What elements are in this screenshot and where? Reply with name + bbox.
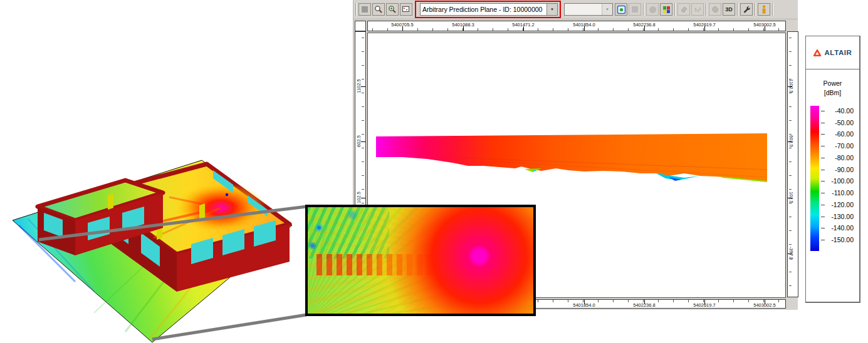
magnifier-plus-icon — [388, 5, 397, 14]
zoom-window-button[interactable] — [400, 3, 412, 16]
colorbar-tick: -50.00 — [825, 119, 854, 126]
heatmap-zoom-inset — [305, 205, 536, 316]
colorbar-tick: -90.00 — [825, 166, 854, 173]
toolbar-separator — [674, 3, 676, 16]
legend-window: ALTAIR Power [dBm] -40.00 -50.00 -60.00 … — [805, 36, 860, 303]
color-legend-icon — [662, 6, 671, 14]
prediction-plane-combobox[interactable]: Arbitrary Prediction Plane - ID: 1000000… — [420, 3, 558, 16]
legend-unit: [dBm] — [806, 88, 859, 98]
annotation-highlight: Arbitrary Prediction Plane - ID: 1000000… — [415, 1, 561, 18]
colorbar-tick: -60.00 — [825, 130, 854, 138]
ruler-horizontal-top: 5400705.5 5401088.3 5401471.2 5401854.0 … — [367, 21, 786, 31]
colorbar-tick: -40.00 — [825, 107, 854, 115]
blob-icon — [711, 5, 719, 14]
stop-button[interactable] — [358, 3, 371, 16]
chevron-down-icon: ▼ — [550, 8, 554, 11]
colorbar-tick: -70.00 — [825, 142, 854, 150]
toolbar-separator — [755, 3, 756, 16]
toolbar-separator — [355, 3, 357, 16]
toolbar: Arbitrary Prediction Plane - ID: 1000000… — [353, 0, 798, 19]
monitor-dot-icon — [617, 5, 626, 14]
view-3d-button[interactable]: 3D — [723, 3, 735, 16]
colorbar-tick: -120.00 — [825, 201, 854, 208]
chevron-down-icon: ▼ — [605, 8, 609, 11]
power-colorbar — [810, 106, 819, 251]
numbers-icon: 1₃² — [694, 7, 701, 13]
stop-display-button[interactable] — [629, 3, 641, 16]
surface-button[interactable] — [709, 3, 721, 16]
toolbar-separator — [737, 3, 738, 16]
zoom-out-button[interactable] — [372, 3, 385, 16]
toolbar-separator — [643, 3, 644, 16]
altair-triangle-icon — [813, 49, 822, 57]
combobox-dropdown-button[interactable]: ▼ — [546, 4, 557, 15]
result-combobox[interactable]: ▼ — [564, 3, 613, 16]
colorbar-tick: -150.00 — [825, 236, 854, 243]
combobox-dropdown-button[interactable]: ▼ — [602, 4, 612, 15]
prediction-plane-combobox-value: Arbitrary Prediction Plane - ID: 1000000… — [421, 6, 546, 13]
square-icon — [362, 6, 368, 13]
colorbar-tick: -80.00 — [825, 154, 854, 161]
magnifier-icon — [374, 5, 383, 14]
legend-title: Power [dBm] — [806, 79, 859, 98]
altair-logo: ALTAIR — [806, 36, 859, 69]
selection-window-icon — [402, 5, 410, 14]
building-3d-model — [0, 150, 307, 343]
legend-quantity: Power — [806, 79, 859, 88]
display-settings-button[interactable] — [615, 3, 627, 16]
info-icon — [760, 5, 768, 14]
eraser-icon — [679, 5, 688, 14]
colorbar-tick: -130.00 — [825, 213, 854, 220]
circle-icon — [649, 6, 656, 13]
settings-button[interactable] — [740, 3, 753, 16]
point-mode-button[interactable] — [646, 3, 659, 16]
info-button[interactable] — [758, 3, 770, 16]
colorbar-tick: -140.00 — [825, 224, 854, 232]
altair-wordmark: ALTAIR — [824, 49, 852, 56]
legend-palette-button[interactable] — [660, 3, 672, 16]
ruler-vertical-right: 1102.5 602.5 102.5 -397.5 — [787, 31, 798, 297]
zoom-in-button[interactable] — [386, 3, 399, 16]
hotspot — [308, 207, 533, 314]
square-icon — [632, 6, 638, 13]
colorbar-tick: -100.00 — [825, 177, 854, 185]
value-display-button[interactable]: 1₃² — [691, 3, 704, 16]
transmitter-dot — [226, 193, 228, 196]
threed-icon: 3D — [725, 6, 733, 13]
wrench-icon — [742, 5, 751, 14]
ruler-corner — [355, 21, 366, 31]
toolbar-separator — [706, 3, 707, 16]
toolbar-separator — [772, 3, 773, 16]
colorbar-tick: -110.00 — [825, 189, 854, 197]
eraser-button[interactable] — [677, 3, 690, 16]
